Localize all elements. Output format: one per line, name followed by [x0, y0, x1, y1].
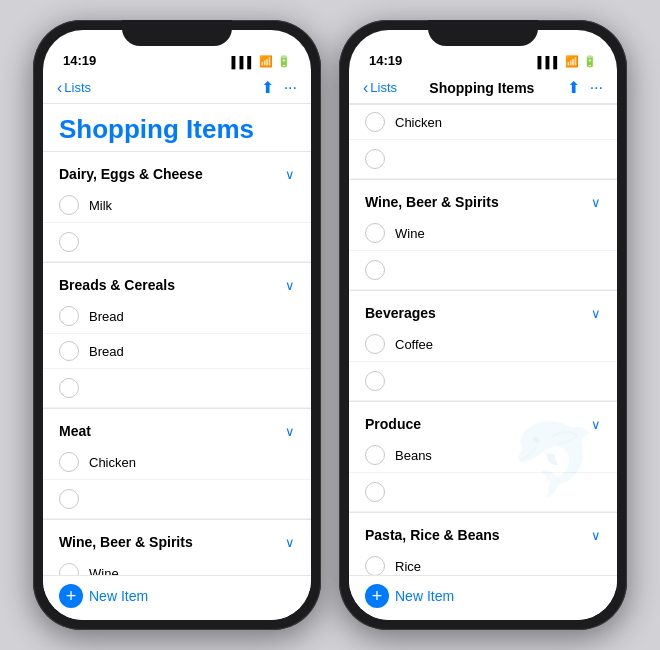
checkbox[interactable]	[365, 445, 385, 465]
notch	[122, 20, 232, 46]
section-title-beverages-r: Beverages	[365, 305, 436, 321]
left-screen: 14:19 ▌▌▌ 📶 🔋 ‹ Lists ⬆ ··· Shopping Ite…	[43, 30, 311, 620]
share-icon-right[interactable]: ⬆	[567, 78, 580, 97]
section-title-pasta-r: Pasta, Rice & Beans	[365, 527, 500, 543]
section-produce-r: Produce ∨	[349, 401, 617, 438]
back-button-right[interactable]: ‹ Lists	[363, 79, 397, 97]
list-item-empty	[349, 362, 617, 401]
right-phone: 14:19 ▌▌▌ 📶 🔋 ‹ Lists Shopping Items ⬆ ·…	[339, 20, 627, 630]
checkbox[interactable]	[59, 452, 79, 472]
content-right: Chicken Wine, Beer & Spirits ∨ Wine Beve…	[349, 104, 617, 620]
list-item-empty	[349, 251, 617, 290]
back-button-left[interactable]: ‹ Lists	[57, 79, 91, 97]
new-item-button-left[interactable]: + New Item	[59, 584, 148, 608]
item-label: Beans	[395, 448, 432, 463]
section-title-wine: Wine, Beer & Spirits	[59, 534, 193, 550]
chevron-produce-r[interactable]: ∨	[591, 417, 601, 432]
chevron-back-icon-left: ‹	[57, 79, 62, 97]
section-pasta-r: Pasta, Rice & Beans ∨	[349, 512, 617, 549]
list-item[interactable]: Milk	[43, 188, 311, 223]
notch-right	[428, 20, 538, 46]
checkbox-empty[interactable]	[365, 371, 385, 391]
checkbox[interactable]	[59, 341, 79, 361]
time-right: 14:19	[369, 53, 402, 68]
section-beverages-r: Beverages ∨	[349, 290, 617, 327]
section-title-wine-r: Wine, Beer & Spirits	[365, 194, 499, 210]
checkbox-empty[interactable]	[59, 232, 79, 252]
checkbox-empty[interactable]	[59, 489, 79, 509]
signal-right: ▌▌▌	[538, 56, 561, 68]
item-label: Coffee	[395, 337, 433, 352]
time-left: 14:19	[63, 53, 96, 68]
chevron-wine[interactable]: ∨	[285, 535, 295, 550]
chevron-beverages-r[interactable]: ∨	[591, 306, 601, 321]
list-item[interactable]: Chicken	[43, 445, 311, 480]
nav-bar-right: ‹ Lists Shopping Items ⬆ ···	[349, 74, 617, 104]
chevron-dairy[interactable]: ∨	[285, 167, 295, 182]
item-label: Wine	[395, 226, 425, 241]
bottom-bar-right: + New Item	[349, 575, 617, 620]
checkbox[interactable]	[365, 556, 385, 576]
new-item-label-left: New Item	[89, 588, 148, 604]
section-wine-r: Wine, Beer & Spirits ∨	[349, 179, 617, 216]
page-title-left: Shopping Items	[43, 104, 311, 151]
checkbox[interactable]	[365, 334, 385, 354]
nav-actions-right: ⬆ ···	[567, 78, 603, 97]
checkbox-empty[interactable]	[365, 482, 385, 502]
status-icons-left: ▌▌▌ 📶 🔋	[232, 55, 291, 68]
checkbox-empty[interactable]	[59, 378, 79, 398]
nav-bar-left: ‹ Lists ⬆ ···	[43, 74, 311, 104]
left-phone: 14:19 ▌▌▌ 📶 🔋 ‹ Lists ⬆ ··· Shopping Ite…	[33, 20, 321, 630]
item-label: Chicken	[89, 455, 136, 470]
checkbox-empty[interactable]	[365, 260, 385, 280]
back-label-right: Lists	[370, 80, 397, 95]
status-icons-right: ▌▌▌ 📶 🔋	[538, 55, 597, 68]
list-item[interactable]: Chicken	[349, 104, 617, 140]
signal-left: ▌▌▌	[232, 56, 255, 68]
section-breads: Breads & Cereals ∨	[43, 262, 311, 299]
share-icon-left[interactable]: ⬆	[261, 78, 274, 97]
list-item-empty	[349, 473, 617, 512]
section-title-produce-r: Produce	[365, 416, 421, 432]
chevron-breads[interactable]: ∨	[285, 278, 295, 293]
content-left: Dairy, Eggs & Cheese ∨ Milk Breads & Cer…	[43, 151, 311, 620]
chevron-pasta-r[interactable]: ∨	[591, 528, 601, 543]
item-label: Chicken	[395, 115, 442, 130]
checkbox[interactable]	[59, 306, 79, 326]
wifi-left: 📶	[259, 55, 273, 68]
bottom-bar-left: + New Item	[43, 575, 311, 620]
list-item[interactable]: Coffee	[349, 327, 617, 362]
more-icon-left[interactable]: ···	[284, 79, 297, 97]
section-title-dairy: Dairy, Eggs & Cheese	[59, 166, 203, 182]
new-item-label-right: New Item	[395, 588, 454, 604]
item-label: Milk	[89, 198, 112, 213]
new-item-button-right[interactable]: + New Item	[365, 584, 454, 608]
chevron-wine-r[interactable]: ∨	[591, 195, 601, 210]
item-label: Rice	[395, 559, 421, 574]
section-title-meat: Meat	[59, 423, 91, 439]
plus-icon-left: +	[59, 584, 83, 608]
list-item-empty	[43, 223, 311, 262]
list-item[interactable]: Bread	[43, 299, 311, 334]
section-meat: Meat ∨	[43, 408, 311, 445]
nav-actions-left: ⬆ ···	[261, 78, 297, 97]
battery-right: 🔋	[583, 55, 597, 68]
list-item[interactable]: Beans	[349, 438, 617, 473]
list-item-empty	[349, 140, 617, 179]
checkbox-empty[interactable]	[365, 149, 385, 169]
checkbox[interactable]	[365, 223, 385, 243]
wifi-right: 📶	[565, 55, 579, 68]
chevron-meat[interactable]: ∨	[285, 424, 295, 439]
section-dairy: Dairy, Eggs & Cheese ∨	[43, 151, 311, 188]
checkbox[interactable]	[59, 195, 79, 215]
item-label: Bread	[89, 309, 124, 324]
plus-icon-right: +	[365, 584, 389, 608]
nav-title-right: Shopping Items	[429, 80, 534, 96]
checkbox[interactable]	[365, 112, 385, 132]
more-icon-right[interactable]: ···	[590, 79, 603, 97]
list-item[interactable]: Wine	[349, 216, 617, 251]
chevron-back-icon-right: ‹	[363, 79, 368, 97]
list-item[interactable]: Bread	[43, 334, 311, 369]
section-title-breads: Breads & Cereals	[59, 277, 175, 293]
list-item-empty	[43, 480, 311, 519]
